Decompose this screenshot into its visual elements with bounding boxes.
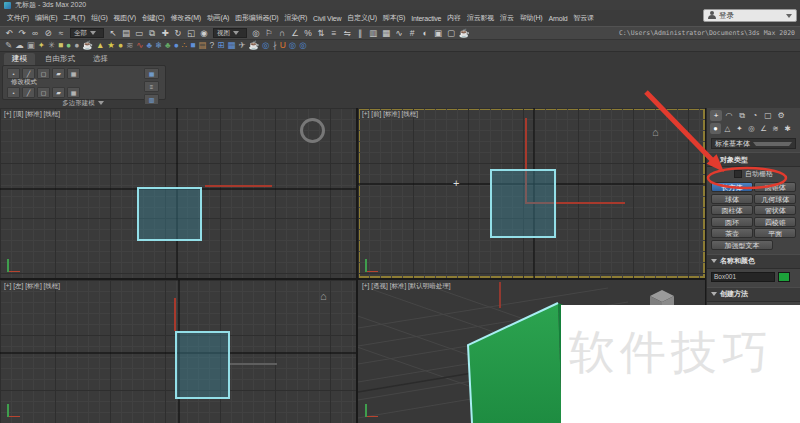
plugin-toolbar-icon[interactable]: ● <box>174 41 179 50</box>
object-type-button[interactable]: 圆锥体 <box>754 182 796 192</box>
toolbar-icon[interactable]: # <box>406 27 418 39</box>
object-type-button[interactable]: 几何球体 <box>754 194 796 204</box>
plugin-toolbar-icon[interactable]: ● <box>74 41 79 50</box>
toolbar-icon[interactable]: ◎ <box>250 27 262 39</box>
plugin-toolbar-icon[interactable]: ✳ <box>48 41 55 50</box>
viewcube-home-icon[interactable]: ⌂ <box>320 290 327 302</box>
toolbar-icon[interactable]: ◐ <box>419 27 431 39</box>
plugin-toolbar-icon[interactable]: ? <box>209 41 214 50</box>
category-icon[interactable]: ● <box>710 123 721 134</box>
toolbar-icon[interactable]: ∠ <box>289 27 301 39</box>
toolbar-icon[interactable]: ≡ <box>328 27 340 39</box>
toolbar-icon[interactable]: ▭ <box>133 27 145 39</box>
subcategory-dropdown[interactable]: 标准基本体 <box>711 138 796 149</box>
command-panel-tab[interactable]: ◠ <box>723 110 735 121</box>
toolbar-icon[interactable]: ◱ <box>185 27 197 39</box>
object-type-button[interactable]: 平面 <box>754 228 796 238</box>
viewport-left[interactable]: [+] [左] [标准] [线框] ⌂ <box>0 280 356 423</box>
viewport-label[interactable]: [+] [顶] [标准] [线框] <box>4 110 60 119</box>
object-color-swatch[interactable] <box>778 272 790 282</box>
toolbar-icon[interactable]: ⚐ <box>263 27 275 39</box>
panel-title[interactable]: 多边形建模 <box>2 99 164 108</box>
viewcube-home-icon[interactable]: ⌂ <box>652 126 659 138</box>
toolbar-icon[interactable]: ⧉ <box>146 27 158 39</box>
object-name-input[interactable] <box>711 272 775 282</box>
toolbar-icon[interactable]: ↖ <box>107 27 119 39</box>
plugin-toolbar-icon[interactable]: ◎ <box>299 41 306 50</box>
plugin-toolbar-icon[interactable]: ∤ <box>272 41 276 50</box>
plugin-toolbar-icon[interactable]: ∴ <box>182 41 187 50</box>
viewport-label[interactable]: [+] [左] [标准] [线框] <box>4 282 60 291</box>
plugin-toolbar-icon[interactable]: ✈ <box>238 41 245 50</box>
toolbar-icon[interactable]: ∥ <box>354 27 366 39</box>
menu-item[interactable]: 创建(C) <box>139 13 168 23</box>
object-type-button[interactable]: 茶壶 <box>711 228 753 238</box>
menu-item[interactable]: 渲云影视 <box>464 13 497 23</box>
menu-item[interactable]: 修改器(M) <box>168 13 204 23</box>
viewport-front[interactable]: + [+] [前] [标准] [线框] ⌂ <box>358 108 705 278</box>
command-panel-tab[interactable]: + <box>710 110 722 121</box>
plugin-toolbar-icon[interactable]: ■ <box>190 41 195 50</box>
plugin-toolbar-icon[interactable]: ▤ <box>198 41 206 50</box>
toolbar-icon[interactable]: ⇋ <box>341 27 353 39</box>
modify-mode-label[interactable]: 修改模式 <box>11 78 37 87</box>
edit-mode-button[interactable]: ▢ <box>37 87 50 98</box>
toolbar-icon[interactable]: ▥ <box>367 27 379 39</box>
autogrid-toggle[interactable]: 自动栅格 <box>707 167 800 180</box>
toolbar-icon[interactable]: ✚ <box>159 27 171 39</box>
viewport-label[interactable]: [+] [前] [标准] [线框] <box>362 110 418 119</box>
command-panel-tab[interactable]: ▢ <box>762 110 774 121</box>
ribbon-tab[interactable]: 自由形式 <box>37 53 83 65</box>
toolbar-icon[interactable]: ▣ <box>432 27 444 39</box>
object-type-button[interactable]: 加强型文本 <box>711 240 773 250</box>
plugin-toolbar-icon[interactable]: ☕ <box>82 41 93 50</box>
login-button[interactable]: 登录 <box>703 9 797 22</box>
reference-coordinate-dropdown[interactable]: 视图 <box>213 28 247 38</box>
category-icon[interactable]: ✦ <box>734 123 745 134</box>
ribbon-tab[interactable]: 选择 <box>85 53 116 65</box>
toolbar-icon[interactable]: ◉ <box>198 27 210 39</box>
plugin-toolbar-icon[interactable]: ▲ <box>96 41 104 50</box>
plugin-toolbar-icon[interactable]: ● <box>118 41 123 50</box>
menu-item[interactable]: 脚本(S) <box>380 13 408 23</box>
menu-item[interactable]: 文件(F) <box>4 13 32 23</box>
menu-item[interactable]: Arnold <box>545 15 570 22</box>
plugin-toolbar-icon[interactable]: ◎ <box>289 41 296 50</box>
object-type-button[interactable]: 长方体 <box>711 182 753 192</box>
plugin-toolbar-icon[interactable]: ● <box>66 41 71 50</box>
edit-mode-button[interactable]: ╱ <box>22 87 35 98</box>
chevron-down-icon[interactable] <box>786 14 792 18</box>
selected-box-left-view[interactable] <box>175 331 230 399</box>
plugin-toolbar-icon[interactable]: ✦ <box>38 41 45 50</box>
ribbon-side-button[interactable]: ▦ <box>144 68 159 79</box>
menu-item[interactable]: 编辑(E) <box>32 13 60 23</box>
toolbar-icon[interactable]: ▦ <box>380 27 392 39</box>
toolbar-icon[interactable]: ∞ <box>29 27 41 39</box>
subobject-button[interactable]: ▦ <box>67 68 80 79</box>
menu-item[interactable]: 智云课 <box>570 13 596 23</box>
toolbar-icon[interactable]: ⇅ <box>315 27 327 39</box>
toolbar-icon[interactable]: ▢ <box>445 27 457 39</box>
toolbar-icon[interactable]: ↶ <box>3 27 15 39</box>
plugin-toolbar-icon[interactable]: U <box>280 41 286 50</box>
selected-box-front-view[interactable] <box>490 169 556 238</box>
navigation-wheel-icon[interactable] <box>300 118 325 143</box>
rollout-object-type[interactable]: 对象类型 <box>707 152 800 167</box>
edit-mode-button[interactable]: ▰ <box>52 87 65 98</box>
plugin-toolbar-icon[interactable]: ≋ <box>126 41 133 50</box>
ribbon-side-button[interactable]: ≡ <box>144 81 159 92</box>
plugin-toolbar-icon[interactable]: ◎ <box>262 41 269 50</box>
plugin-toolbar-icon[interactable]: ♣ <box>146 41 152 50</box>
menu-item[interactable]: 帮助(H) <box>517 13 546 23</box>
subobject-button[interactable]: ▰ <box>52 68 65 79</box>
plugin-toolbar-icon[interactable]: ▣ <box>27 41 35 50</box>
selection-filter-dropdown[interactable]: 全部 <box>70 28 104 38</box>
ribbon-tab[interactable]: 建模 <box>4 53 35 65</box>
plugin-toolbar-icon[interactable]: ❄ <box>155 41 162 50</box>
menu-item[interactable]: 工具(T) <box>60 13 88 23</box>
command-panel-tab[interactable]: ◔ <box>749 110 761 121</box>
object-type-button[interactable]: 管状体 <box>754 205 796 215</box>
plugin-toolbar-icon[interactable]: ▦ <box>227 41 235 50</box>
plugin-toolbar-icon[interactable]: ☁ <box>15 41 24 50</box>
menu-item[interactable]: 渲染(R) <box>281 13 310 23</box>
